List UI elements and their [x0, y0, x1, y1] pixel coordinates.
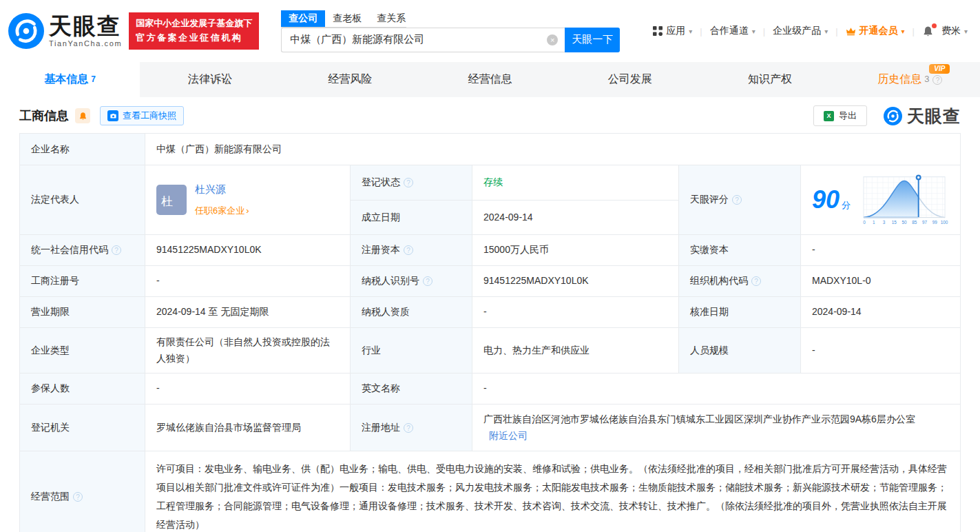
- nav-divider: |: [700, 26, 702, 37]
- snapshot-button[interactable]: 查看工商快照: [100, 106, 184, 125]
- gov-badge-line2: 官方备案企业征信机构: [136, 31, 252, 45]
- tianyancha-watermark: 天眼查: [884, 105, 961, 127]
- value-reg-capital: 15000万人民币: [472, 235, 679, 266]
- label-reg-capital: 注册资本: [351, 235, 472, 266]
- label-reg-authority: 登记机关: [20, 405, 145, 451]
- tab-intellectual-property[interactable]: 知识产权: [700, 62, 840, 97]
- svg-text:0: 0: [863, 220, 866, 225]
- search-area: 查公司 查老板 查关系 天眼一下: [281, 10, 620, 52]
- page: 天眼查 TianYanCha.com 国家中小企业发展子基金旗下 官方备案企业征…: [0, 0, 980, 532]
- help-icon[interactable]: [932, 75, 942, 85]
- search-input[interactable]: [281, 28, 565, 52]
- label-paid-capital: 实缴资本: [679, 235, 801, 266]
- value-establish-date: 2024-09-14: [472, 200, 679, 235]
- nav-open-vip[interactable]: 开通会员: [846, 25, 905, 37]
- camera-glyph: [110, 112, 117, 120]
- nav-apps[interactable]: 应用: [653, 25, 692, 37]
- help-icon[interactable]: [404, 245, 413, 255]
- value-insured-count: -: [145, 374, 351, 405]
- help-icon[interactable]: [751, 276, 761, 286]
- value-english-name: -: [472, 374, 961, 405]
- help-icon[interactable]: [73, 492, 83, 502]
- svg-text:1: 1: [873, 220, 875, 225]
- chevron-down-icon: [752, 28, 755, 35]
- value-staff-size: -: [801, 328, 961, 374]
- table-row: 企业类型 有限责任公司（非自然人投资或控股的法人独资） 行业 电力、热力生产和供…: [20, 328, 961, 374]
- tab-legal-proceedings[interactable]: 法律诉讼: [140, 62, 280, 97]
- search-tab-relation[interactable]: 查关系: [369, 10, 413, 27]
- svg-text:97: 97: [922, 220, 928, 225]
- label-business-scope: 经营范围: [20, 451, 145, 532]
- export-button[interactable]: 导出: [813, 105, 867, 126]
- help-icon[interactable]: [404, 178, 413, 187]
- nav-enterprise-label: 企业级产品: [773, 25, 821, 37]
- label-taxpayer-id-text: 纳税人识别号: [362, 273, 419, 289]
- score-distribution-chart: 0 1 3 15 50 85 97 99 100: [861, 171, 949, 229]
- nav-open-vip-label: 开通会员: [859, 25, 898, 37]
- vip-badge: VIP: [929, 64, 950, 74]
- label-english-name: 英文名称: [351, 374, 472, 405]
- section-head: 工商信息 查看工商快照 导出: [19, 100, 961, 132]
- value-paid-capital: -: [801, 235, 961, 266]
- label-reg-address-text: 注册地址: [362, 420, 400, 436]
- tab-basic-info[interactable]: 基本信息 7: [0, 62, 140, 97]
- logo-title: 天眼查: [49, 14, 122, 37]
- table-row: 法定代表人 杜 杜兴源 任职6家企业 登记状态 存续 天眼评分: [20, 165, 961, 201]
- legal-rep-positions-link[interactable]: 任职6家企业: [195, 203, 249, 218]
- svg-text:99: 99: [932, 220, 938, 225]
- score-value: 90: [812, 185, 840, 214]
- chevron-down-icon: [901, 28, 905, 35]
- tianyancha-logo[interactable]: 天眼查 TianYanCha.com: [8, 13, 122, 49]
- tab-history-info-count: 3: [924, 74, 929, 84]
- table-row: 营业期限 2024-09-14 至 无固定期限 纳税人资质 - 核准日期 202…: [20, 297, 961, 328]
- tab-business-info[interactable]: 经营信息: [420, 62, 560, 97]
- search-tab-company[interactable]: 查公司: [281, 10, 325, 27]
- section-title: 工商信息: [19, 108, 69, 124]
- value-legal-rep: 杜 杜兴源 任职6家企业: [145, 165, 351, 235]
- nav-enterprise-products[interactable]: 企业级产品: [773, 25, 828, 37]
- reg-address-text: 广西壮族自治区河池市罗城仫佬族自治县东门镇城东工业园区深圳产业协作产业示范园9A…: [483, 413, 915, 424]
- value-reg-number: -: [145, 266, 351, 297]
- crown-icon: [846, 26, 856, 37]
- search-button[interactable]: 天眼一下: [565, 28, 620, 52]
- table-row: 经营范围 许可项目：发电业务、输电业务、供（配）电业务；输电、供电、受电电力设施…: [20, 451, 961, 532]
- nav-user[interactable]: 费米: [941, 25, 968, 37]
- score-number: 90分: [812, 179, 851, 220]
- help-icon[interactable]: [423, 276, 432, 286]
- watermark-text: 天眼查: [907, 105, 961, 127]
- label-staff-size: 人员规模: [679, 328, 801, 374]
- help-icon[interactable]: [404, 423, 413, 433]
- svg-text:100: 100: [941, 220, 948, 225]
- search-row: 天眼一下: [281, 28, 620, 52]
- top-nav: 应用 | 合作通道 | 企业级产品 | 开通会员 |: [653, 25, 972, 37]
- top-header: 天眼查 TianYanCha.com 国家中小企业发展子基金旗下 官方备案企业征…: [0, 0, 980, 62]
- help-icon[interactable]: [112, 245, 121, 255]
- value-taxpayer-id: 91451225MADXY10L0K: [472, 266, 679, 297]
- snapshot-button-label: 查看工商快照: [123, 110, 176, 122]
- label-taxpayer-quality: 纳税人资质: [351, 297, 472, 328]
- value-credit-code: 91451225MADXY10L0K: [145, 235, 351, 266]
- label-reg-address: 注册地址: [351, 405, 472, 451]
- clear-icon[interactable]: [547, 34, 558, 45]
- tab-business-risk[interactable]: 经营风险: [280, 62, 420, 97]
- label-credit-code-text: 统一社会信用代码: [31, 242, 108, 258]
- tab-history-info[interactable]: VIP 历史信息 3: [840, 62, 980, 97]
- legal-rep-name-link[interactable]: 杜兴源: [195, 181, 249, 198]
- tab-basic-info-count: 7: [91, 74, 96, 84]
- table-row: 企业名称 中煤（广西）新能源有限公司: [20, 134, 961, 165]
- notification-bell-icon[interactable]: [922, 25, 934, 37]
- legal-rep-avatar[interactable]: 杜: [156, 185, 187, 215]
- label-reg-number: 工商注册号: [20, 266, 145, 297]
- nav-cooperation[interactable]: 合作通道: [710, 25, 755, 37]
- subscribe-bell-icon[interactable]: [75, 108, 90, 123]
- nearby-companies-link[interactable]: 附近公司: [489, 430, 528, 441]
- help-icon[interactable]: [732, 195, 742, 205]
- search-tab-boss[interactable]: 查老板: [325, 10, 369, 27]
- label-approval-date: 核准日期: [679, 297, 801, 328]
- tab-company-development[interactable]: 公司发展: [560, 62, 700, 97]
- value-approval-date: 2024-09-14: [801, 297, 961, 328]
- value-business-scope: 许可项目：发电业务、输电业务、供（配）电业务；输电、供电、受电电力设施的安装、维…: [145, 451, 961, 532]
- tab-company-development-label: 公司发展: [608, 72, 652, 87]
- label-legal-rep: 法定代表人: [20, 165, 145, 235]
- tab-business-risk-label: 经营风险: [328, 72, 372, 87]
